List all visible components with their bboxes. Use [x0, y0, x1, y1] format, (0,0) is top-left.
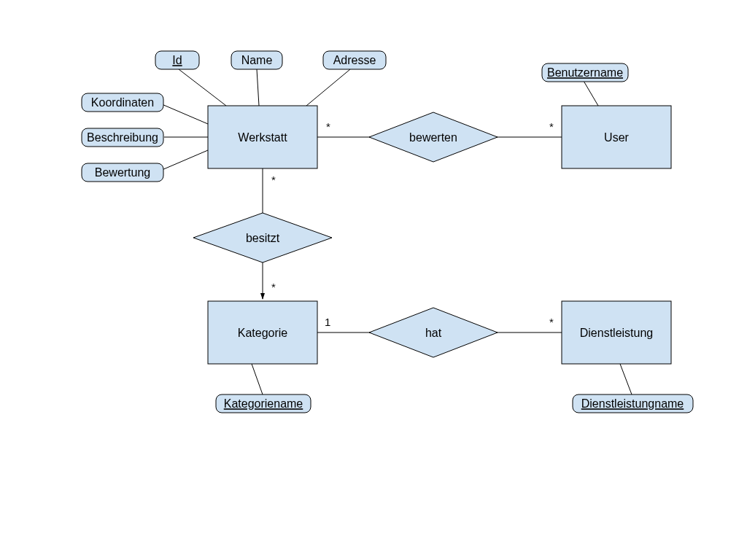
card-werkstatt-bewerten: *	[326, 120, 330, 133]
entity-kategorie-label: Kategorie	[238, 327, 288, 339]
card-kategorie-besitzt: *	[271, 281, 276, 293]
line-kategoriename-kategorie	[252, 364, 263, 394]
attr-id-label: Id	[172, 54, 182, 66]
attr-adresse-label: Adresse	[333, 54, 376, 66]
attr-bewertung-label: Bewertung	[95, 166, 151, 179]
card-user-bewerten: *	[549, 120, 554, 133]
attr-koordinaten-label: Koordinaten	[91, 96, 154, 109]
card-kategorie-hat: 1	[325, 316, 330, 328]
line-koordinaten-werkstatt	[157, 102, 208, 124]
attr-kategoriename-label: Kategoriename	[224, 397, 303, 410]
card-werkstatt-besitzt: *	[271, 174, 276, 186]
line-dienstleistungname-dienstleistung	[620, 364, 632, 394]
line-benutzername-user	[584, 81, 598, 106]
attr-name-label: Name	[241, 54, 273, 66]
rel-besitzt-label: besitzt	[246, 232, 280, 244]
rel-hat-label: hat	[425, 327, 442, 339]
entity-dienstleistung-label: Dienstleistung	[580, 327, 654, 339]
line-adresse-werkstatt	[306, 69, 350, 106]
entity-werkstatt-label: Werkstatt	[238, 131, 287, 144]
entity-user-label: User	[604, 131, 629, 144]
card-dienstleistung-hat: *	[549, 316, 554, 328]
attr-dienstleistungname-label: Dienstleistungname	[581, 397, 684, 410]
line-name-werkstatt	[257, 69, 259, 106]
line-id-werkstatt	[179, 69, 226, 106]
rel-bewerten-label: bewerten	[409, 131, 457, 144]
attr-benutzername-label: Benutzername	[547, 66, 623, 79]
attr-beschreibung-label: Beschreibung	[87, 131, 158, 144]
line-bewertung-werkstatt	[157, 150, 208, 172]
